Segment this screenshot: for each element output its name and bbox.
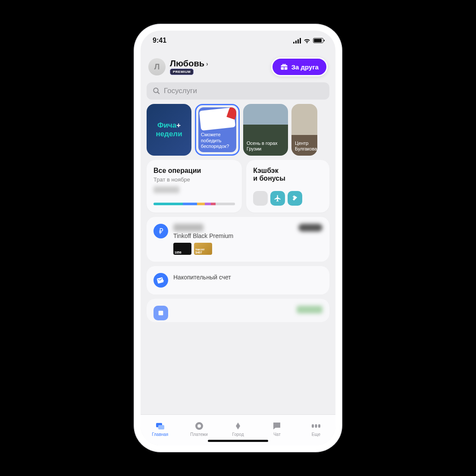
profile-link[interactable]: Л Любовь› PREMIUM (148, 58, 208, 75)
summary-tiles: Все операции Трат в ноябре Кэшбэки бонус… (147, 160, 329, 213)
account-value-blurred (297, 306, 323, 313)
story-culture[interactable]: Центр Булгакова (291, 104, 317, 156)
account-amount-blurred (173, 224, 204, 232)
more-icon (311, 421, 321, 431)
home-indicator[interactable] (208, 440, 268, 442)
wallet-icon (153, 273, 168, 288)
plane-icon (270, 191, 285, 206)
operations-tile[interactable]: Все операции Трат в ноябре (147, 160, 242, 213)
search-icon (153, 87, 160, 95)
card-mini[interactable]: TINKOFF3407 (194, 243, 212, 255)
tab-home[interactable]: Главная (141, 421, 179, 437)
spend-amount-blurred (153, 186, 179, 193)
spend-breakdown-bar (153, 203, 235, 205)
cards-row: 1056 TINKOFF3407 (173, 243, 323, 255)
svg-point-6 (197, 424, 201, 428)
svg-rect-9 (318, 424, 320, 428)
invite-friend-label: За друга (291, 63, 319, 71)
main-content: Л Любовь› PREMIUM За друга Госуслуги Фич… (141, 47, 335, 414)
svg-line-1 (157, 92, 160, 94)
bonus-icon-blurred (253, 191, 268, 206)
tile-subtitle: Трат в ноябре (153, 176, 235, 183)
profile-name: Любовь› (170, 59, 208, 69)
ruble-icon (153, 224, 168, 238)
payments-icon (194, 421, 204, 431)
stories-row[interactable]: Фича+недели Сможете победить беспорядок?… (147, 104, 329, 156)
tile-title: Кэшбэки бонусы (253, 167, 323, 182)
wifi-icon (304, 38, 310, 43)
city-icon (233, 421, 243, 431)
tab-chat[interactable]: Чат (257, 421, 296, 437)
story-illustration (199, 107, 235, 131)
story-quiz[interactable]: Сможете победить беспорядок? (195, 104, 240, 156)
cellular-icon (293, 38, 301, 44)
account-balance-blurred (298, 224, 323, 232)
account-partial[interactable] (147, 299, 329, 322)
search-input[interactable]: Госуслуги (147, 82, 329, 100)
tab-payments[interactable]: Платежи (179, 421, 218, 437)
story-caption: Сможете победить беспорядок? (201, 132, 234, 150)
status-time: 9:41 (153, 37, 166, 44)
home-icon (155, 421, 165, 431)
profile-header: Л Любовь› PREMIUM За друга (147, 50, 329, 78)
account-name: Tinkoff Black Premium (173, 232, 323, 239)
premium-badge: PREMIUM (170, 69, 194, 75)
svg-point-0 (153, 88, 158, 93)
svg-rect-7 (312, 424, 314, 428)
story-travel[interactable]: Осень в горах Грузии (243, 104, 288, 156)
invite-friend-button[interactable]: За друга (271, 57, 328, 76)
status-bar: 9:41 (141, 31, 335, 47)
status-indicators (293, 38, 323, 44)
card-mini[interactable]: 1056 (173, 243, 191, 255)
search-placeholder: Госуслуги (164, 87, 197, 95)
svg-rect-8 (315, 424, 317, 428)
ticket-icon (288, 191, 302, 206)
battery-icon (313, 38, 323, 43)
chevron-right-icon: › (206, 60, 208, 67)
tab-more[interactable]: Еще (297, 421, 335, 437)
story-caption: Центр Булгакова (295, 141, 314, 153)
phone-frame: 9:41 Л Любовь› PREMIUM За друга (135, 25, 341, 451)
avatar: Л (148, 58, 166, 75)
tab-city[interactable]: Город (219, 421, 257, 437)
product-icon (153, 306, 168, 320)
cashback-tile[interactable]: Кэшбэки бонусы (246, 160, 329, 213)
chat-icon (272, 421, 282, 431)
tile-title: Все операции (153, 167, 235, 175)
account-savings[interactable]: Накопительный счет (147, 266, 329, 294)
account-name: Накопительный счет (173, 274, 323, 281)
svg-rect-4 (158, 425, 164, 429)
story-caption: Осень в горах Грузии (247, 141, 285, 153)
gift-icon (280, 63, 288, 71)
story-feature-of-week[interactable]: Фича+недели (147, 104, 191, 156)
svg-rect-2 (159, 311, 163, 316)
account-primary[interactable]: Tinkoff Black Premium 1056 TINKOFF3407 (147, 217, 329, 262)
